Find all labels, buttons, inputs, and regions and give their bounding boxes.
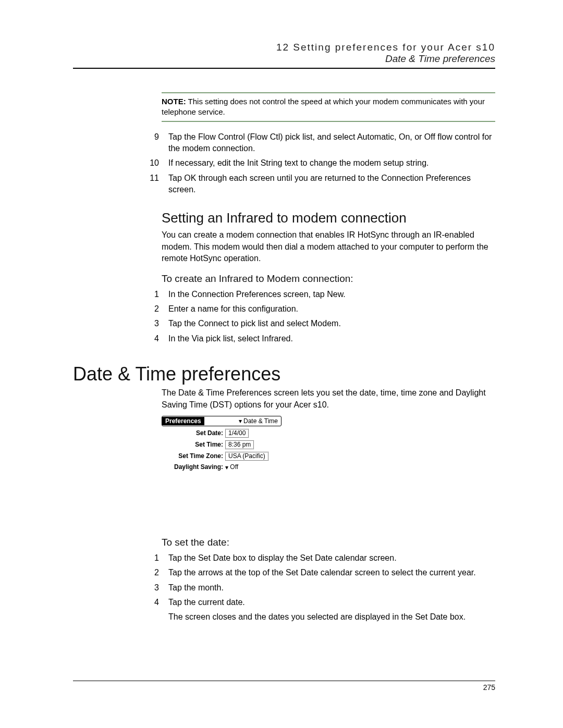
header-section: Date & Time preferences [73,53,495,65]
set-date-box[interactable]: 1/4/00 [225,429,249,438]
step-number: 2 [136,303,168,315]
step-text: In the Via pick list, select Infrared. [168,333,495,344]
heading-create-connection: To create an Infrared to Modem connectio… [162,273,495,285]
list-item: 3 Tap the Connect to pick list and selec… [136,318,495,329]
step-number: 1 [136,289,168,300]
palm-screenshot: Preferences ▾ Date & Time Set Date: 1/4/… [162,416,282,471]
dropdown-icon: ▾ [225,464,228,471]
palm-category-picker[interactable]: ▾ Date & Time [204,417,281,425]
note-text: This setting does not control the speed … [162,97,485,116]
palm-label: Set Date: [162,429,225,437]
step-number: 10 [136,157,168,169]
list-item: 2 Enter a name for this configuration. [136,303,495,315]
step-text: In the Connection Preferences screen, ta… [168,289,495,300]
step-text: Enter a name for this configuration. [168,303,495,315]
step-number: 9 [136,131,168,155]
list-item: 3 Tap the month. [136,582,495,594]
set-timezone-box[interactable]: USA (Pacific) [225,452,268,461]
header-chapter: 12 Setting preferences for your Acer s10 [73,42,495,53]
heading-set-date: To set the date: [162,537,495,548]
heading-infrared: Setting an Infrared to modem connection [162,210,495,226]
step-text: Tap the Connect to pick list and select … [168,318,495,329]
footer-rule [73,681,495,681]
list-item: 4 In the Via pick list, select Infrared. [136,333,495,344]
step-number: 2 [136,567,168,578]
palm-row-date: Set Date: 1/4/00 [162,429,282,438]
palm-category-label: Date & Time [243,417,278,425]
dst-picker[interactable]: ▾ Off [225,463,238,471]
heading-date-time: Date & Time preferences [73,363,495,385]
steps-set-date: 1 Tap the Set Date box to display the Se… [136,552,495,609]
palm-row-time: Set Time: 8:36 pm [162,440,282,449]
step-text: Tap the arrows at the top of the Set Dat… [168,567,495,578]
note-box: NOTE: This setting does not control the … [162,92,495,122]
palm-label: Daylight Saving: [162,463,225,471]
step-text: Tap OK through each screen until you are… [168,172,495,196]
page-footer: 275 [73,681,495,692]
step-number: 3 [136,318,168,329]
list-item: 1 In the Connection Preferences screen, … [136,289,495,300]
set-time-box[interactable]: 8:36 pm [225,440,254,449]
step-text: Tap the Set Date box to display the Set … [168,552,495,564]
palm-app-title: Preferences [162,417,204,425]
step-number: 4 [136,597,168,608]
page-header: 12 Setting preferences for your Acer s10… [73,42,495,65]
paragraph-infrared: You can create a modem connection that e… [162,229,495,264]
step-number: 3 [136,582,168,594]
closing-note: The screen closes and the dates you sele… [168,611,495,623]
step-text: Tap the current date. [168,597,495,608]
dropdown-icon: ▾ [239,417,242,425]
step-text: If necessary, edit the Init String text … [168,157,495,169]
list-item: 10 If necessary, edit the Init String te… [136,157,495,169]
palm-label: Set Time Zone: [162,452,225,460]
paragraph-date-time: The Date & Time Preferences screen lets … [162,387,495,411]
steps-top: 9 Tap the Flow Control (Flow Ctl) pick l… [136,131,495,196]
step-number: 1 [136,552,168,564]
step-number: 4 [136,333,168,344]
step-number: 11 [136,172,168,196]
palm-label: Set Time: [162,441,225,448]
list-item: 2 Tap the arrows at the top of the Set D… [136,567,495,578]
palm-titlebar: Preferences ▾ Date & Time [162,416,282,426]
palm-row-dst: Daylight Saving: ▾ Off [162,463,282,471]
dst-value: Off [230,463,238,471]
note-label: NOTE: [162,97,186,106]
palm-row-zone: Set Time Zone: USA (Pacific) [162,452,282,461]
list-item: 9 Tap the Flow Control (Flow Ctl) pick l… [136,131,495,155]
steps-create: 1 In the Connection Preferences screen, … [136,289,495,345]
step-text: Tap the Flow Control (Flow Ctl) pick lis… [168,131,495,155]
step-text: Tap the month. [168,582,495,594]
page-number: 275 [73,683,495,692]
header-rule [73,68,495,69]
list-item: 11 Tap OK through each screen until you … [136,172,495,196]
list-item: 4 Tap the current date. [136,597,495,608]
list-item: 1 Tap the Set Date box to display the Se… [136,552,495,564]
